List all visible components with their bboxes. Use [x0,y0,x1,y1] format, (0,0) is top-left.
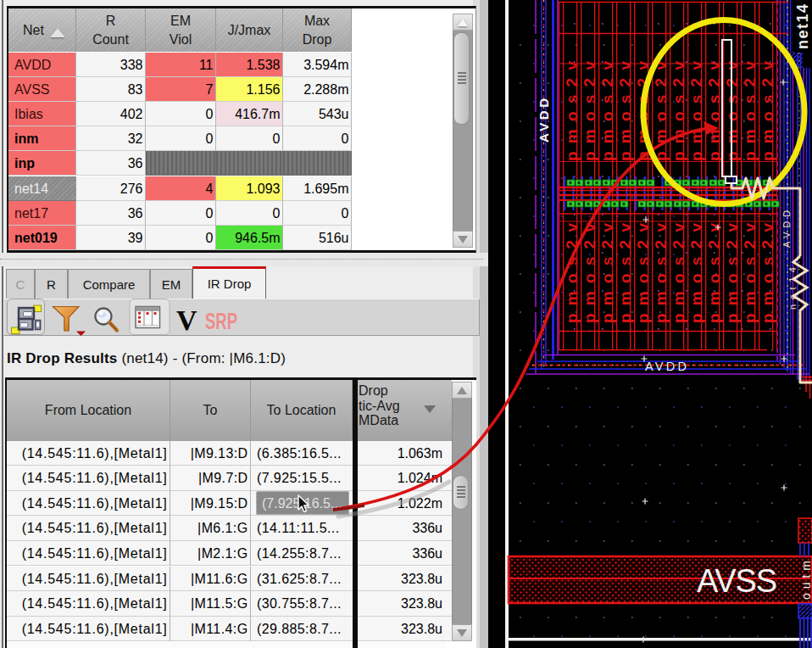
svg-text:net14: net14 [794,4,811,49]
svg-text:AVDD: AVDD [645,360,687,373]
svg-text:SRP: SRP [205,309,237,334]
svg-text:V: V [176,304,197,336]
svg-text:AVSS: AVSS [697,563,777,599]
svg-text:AVDD: AVDD [537,98,551,142]
